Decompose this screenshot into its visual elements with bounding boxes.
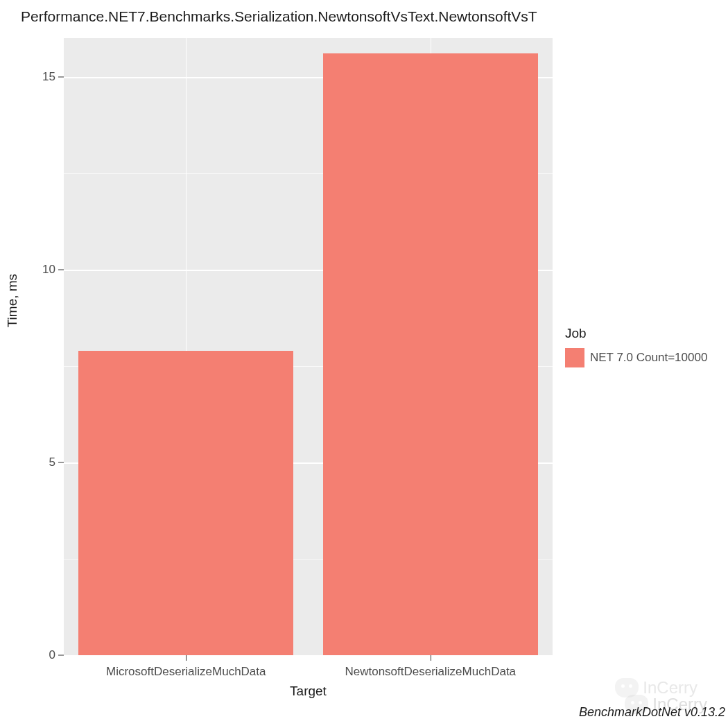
- x-axis-label: Target: [64, 684, 553, 699]
- y-tick-label: 10: [42, 263, 55, 277]
- plot-area: [64, 38, 553, 655]
- x-tick-mark: [186, 655, 187, 661]
- legend-swatch: [565, 348, 584, 367]
- legend-title: Job: [565, 326, 707, 341]
- footer-text: BenchmarkDotNet v0.13.2: [579, 705, 725, 720]
- y-tick-mark: [58, 462, 64, 462]
- y-axis: 051015: [0, 38, 64, 655]
- bar: [323, 53, 538, 655]
- chart-title: Performance.NET7.Benchmarks.Serializatio…: [21, 8, 718, 25]
- y-tick-mark: [58, 269, 64, 270]
- bar: [78, 351, 293, 655]
- y-tick-mark: [58, 655, 64, 656]
- x-tick-label: MicrosoftDeserializeMuchData: [106, 665, 266, 679]
- x-tick-label: NewtonsoftDeserializeMuchData: [345, 665, 516, 679]
- chart-container: Performance.NET7.Benchmarks.Serializatio…: [0, 0, 728, 728]
- y-tick-mark: [58, 76, 64, 77]
- y-tick-label: 0: [49, 648, 55, 662]
- legend: Job NET 7.0 Count=10000: [565, 326, 707, 367]
- y-tick-label: 15: [42, 70, 55, 84]
- y-axis-label: Time, ms: [5, 274, 20, 327]
- legend-item: NET 7.0 Count=10000: [565, 348, 707, 367]
- x-tick-mark: [431, 655, 431, 661]
- legend-label: NET 7.0 Count=10000: [590, 351, 707, 365]
- y-tick-label: 5: [49, 456, 55, 469]
- gridline-h: [64, 655, 553, 657]
